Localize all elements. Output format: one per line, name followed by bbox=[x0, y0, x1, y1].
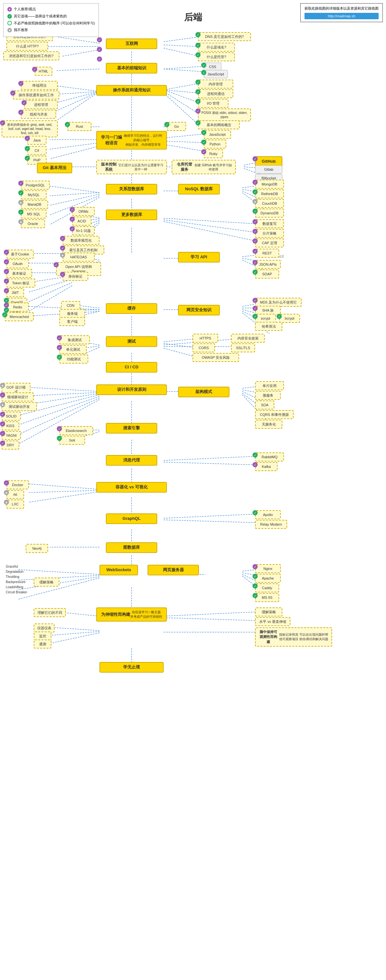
badge-pg: ✓ bbox=[18, 181, 24, 186]
posix-basics-node: POSIX 基础 stdin, stdout, stderr, pipes bbox=[198, 108, 251, 121]
badge-rabbit: ✓ bbox=[253, 452, 258, 458]
badge-csharp: ✓ bbox=[25, 146, 30, 151]
horizontal-scaling-node: 水平 vs 垂直伸缩 bbox=[255, 617, 291, 626]
connection-lines bbox=[0, 0, 386, 980]
acid-node: ACID bbox=[72, 216, 91, 226]
ssl-tls-node: SSL/TLS bbox=[231, 344, 255, 352]
learn-api-node: 学习 API bbox=[178, 252, 220, 262]
testing-node: 测试 bbox=[106, 336, 157, 347]
badge-oauth: ✓ bbox=[4, 259, 9, 264]
basic-frontend-node: 基本的前端知识 bbox=[106, 63, 157, 73]
data-replication-node: 数据复写 bbox=[255, 219, 284, 228]
lxc-node: LXC bbox=[6, 500, 24, 509]
sharding-node: 分片策略 bbox=[255, 229, 284, 238]
badge-http: ✓ bbox=[97, 47, 102, 52]
svg-line-68 bbox=[29, 279, 72, 292]
cqrs-node: CQRS 和事件溯源 bbox=[255, 410, 294, 419]
os-general-how-node: 操作系统通常如何工作 bbox=[13, 91, 59, 99]
svg-line-116 bbox=[29, 492, 100, 502]
mongodb-node: MongoDB bbox=[255, 180, 284, 189]
badge-scrypt: ✓ bbox=[253, 314, 258, 319]
vcs-node: 版本控制系统 它们是什么以及为什么需要学习其中一种 bbox=[96, 160, 167, 174]
websockets-node: WebSockets bbox=[100, 565, 138, 575]
badge-bcrypt: ✓ bbox=[276, 314, 282, 319]
badge-cap: ✓ bbox=[253, 239, 258, 243]
badge-ipc: ✓ bbox=[195, 89, 200, 94]
mitigation-strategy-node: 缓解策略 bbox=[34, 578, 59, 587]
content-security-node: 内容安全政策 bbox=[231, 334, 265, 343]
badge-saml: ✓ bbox=[4, 307, 9, 313]
svg-line-19 bbox=[164, 91, 199, 114]
integration-test-node: 集成测试 bbox=[59, 335, 90, 344]
token-auth-node: Token 验证 bbox=[6, 278, 35, 288]
svg-line-39 bbox=[50, 194, 100, 205]
ci-cd-node: CI / CD bbox=[106, 362, 157, 372]
badge-rethink: ✓ bbox=[253, 189, 258, 194]
svg-line-17 bbox=[164, 90, 199, 93]
redis-node: Redis bbox=[6, 302, 29, 312]
badge-acid: ✓ bbox=[70, 216, 75, 222]
badge-os-how: ✓ bbox=[10, 91, 15, 95]
unit-test-node: 单元测试 bbox=[59, 345, 87, 354]
https-node: HTTPS bbox=[192, 334, 218, 343]
badge-apollo: ✓ bbox=[253, 510, 258, 515]
badge-nginx: ✓ bbox=[253, 564, 258, 569]
elasticsearch-node: Elasticsearch bbox=[59, 426, 93, 435]
terminal-usage-node: 终端用法 bbox=[21, 81, 58, 90]
badge-authv: ✓ bbox=[60, 272, 65, 277]
docker-node: Docker bbox=[6, 480, 29, 489]
caddy-node: Caddy bbox=[255, 583, 279, 592]
svg-line-7 bbox=[56, 69, 100, 71]
orms-node: ORMs bbox=[72, 207, 95, 216]
dynamodb-node: DynamoDB bbox=[255, 208, 284, 218]
containerization-node: 容器化 vs 可视化 bbox=[96, 482, 167, 493]
csharp-node: C# bbox=[27, 146, 46, 155]
badge-html: ✓ bbox=[32, 67, 37, 72]
badge-openid: ✓ bbox=[4, 298, 9, 303]
cors-node: CORS bbox=[192, 344, 215, 352]
svg-line-138 bbox=[50, 632, 100, 635]
svg-line-18 bbox=[164, 90, 199, 103]
legend-item-purple: ● 个人推荐/观点 bbox=[7, 6, 95, 13]
svg-line-24 bbox=[50, 146, 100, 159]
badge-mariadb: ● bbox=[18, 200, 24, 205]
badge-dns: ✓ bbox=[195, 32, 200, 37]
badge-mysql: ✓ bbox=[18, 190, 24, 196]
json-apis-node: JSON APIs bbox=[255, 260, 281, 269]
repo-hosting-node: 仓库托管服务 创建 GitHub 账号并学习如何使用 bbox=[172, 160, 236, 174]
legend-item-outline: 不必严格按照路线图中的顺序 (可以在任何时间学习) bbox=[7, 20, 95, 27]
page-title: 后端 bbox=[184, 11, 202, 24]
db-normalization-node: 数据库规范化 bbox=[63, 236, 100, 245]
apache-node: Apache bbox=[255, 574, 281, 583]
cache-node: 缓存 bbox=[106, 303, 157, 314]
svg-line-134 bbox=[164, 611, 270, 616]
mysql-node: MySQL bbox=[21, 190, 46, 199]
bcrypt-node: bcrypt bbox=[279, 314, 300, 323]
badge-norm: ✓ bbox=[60, 236, 65, 241]
oracle-node: Oracle bbox=[21, 219, 45, 228]
badge-ms-iis: ✓ bbox=[253, 593, 258, 598]
badge-js: ✓ bbox=[201, 70, 207, 75]
badge-md5: ✓ bbox=[253, 298, 258, 303]
badge-mongo: ✓ bbox=[253, 180, 258, 185]
badge-proc: ✓ bbox=[22, 100, 27, 105]
roadmap-link[interactable]: http://roadmap.sh bbox=[305, 13, 379, 19]
badge-ddd: ✓ bbox=[0, 393, 5, 398]
badge-apache: ✓ bbox=[253, 574, 258, 579]
scalability-node: 为伸缩性而构建你应该学习一般主题并考虑产品的可持续性 bbox=[96, 608, 167, 622]
msg-broker-node: 消息代理 bbox=[106, 455, 157, 466]
badge-basic-auth: ✓ bbox=[4, 269, 9, 274]
legend: ● 个人推荐/观点 ✓ 其它选项——选择这个或者紫色的 不必严格按照路线图中的顺… bbox=[3, 3, 99, 37]
badge-go: ✓ bbox=[164, 122, 169, 127]
badge-solid: ✓ bbox=[0, 412, 5, 417]
badge-cookie: ✓ bbox=[4, 250, 9, 255]
badge-kiss: ✓ bbox=[0, 421, 5, 426]
io-mgmt-node: I/O 管理 bbox=[198, 99, 229, 108]
svg-line-4 bbox=[164, 45, 199, 46]
design-dev-node: 设计和开发原则 bbox=[96, 384, 167, 395]
badge-gof: ● bbox=[0, 383, 5, 388]
badge-github: ✓ bbox=[253, 156, 258, 161]
badge-ruby: ✓ bbox=[201, 149, 207, 154]
badge-rust: ✓ bbox=[65, 122, 70, 127]
badge-couch: ● bbox=[253, 199, 258, 204]
